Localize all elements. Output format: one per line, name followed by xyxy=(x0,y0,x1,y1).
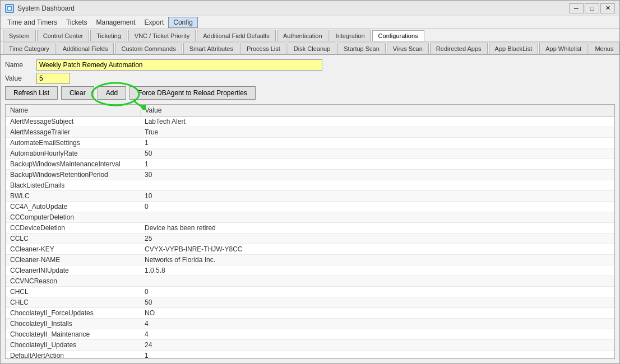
tab-disk-cleanup[interactable]: Disk Cleanup xyxy=(288,43,336,54)
force-reload-button[interactable]: Force DBAgent to Reload Properties xyxy=(129,86,256,100)
name-input[interactable] xyxy=(36,59,322,71)
table-row[interactable]: ChocolateyII_Maintenance4 xyxy=(6,329,614,340)
add-button[interactable]: Add xyxy=(98,86,126,100)
maximize-button[interactable]: □ xyxy=(585,3,599,13)
table-body: AlertMessageSubjectLabTech AlertAlertMes… xyxy=(6,116,614,360)
menu-item-timers[interactable]: Time and Timers xyxy=(3,17,62,27)
table-row[interactable]: DefaultAlertAction1 xyxy=(6,351,614,360)
table-row[interactable]: AlertMessageSubjectLabTech Alert xyxy=(6,116,614,127)
table-cell-value: Device has been retired xyxy=(140,223,614,234)
tab-row-2: Time Category Additional Fields Custom C… xyxy=(1,41,619,55)
table-cell-value: 4 xyxy=(140,319,614,329)
refresh-list-button[interactable]: Refresh List xyxy=(5,86,58,100)
table-cell-name: CC4A_AutoUpdate xyxy=(6,202,140,212)
col-header-name: Name xyxy=(6,105,140,116)
table-cell-name: BlackListedEmails xyxy=(6,180,140,191)
table-cell-name: BackupWindowsMaintenanceInterval xyxy=(6,159,140,170)
value-input[interactable] xyxy=(36,73,70,84)
table-cell-name: CCLC xyxy=(6,234,140,244)
table-row[interactable]: CCLC25 xyxy=(6,234,614,244)
tab-startup-scan[interactable]: Startup Scan xyxy=(337,43,386,54)
table-cell-value: CVYX-VYPB-INRE-THJW-Y8CC xyxy=(140,244,614,255)
tab-system[interactable]: System xyxy=(3,30,36,41)
table-cell-value xyxy=(140,276,614,287)
table-cell-value: True xyxy=(140,127,614,138)
table-row[interactable]: AlertMessageTrailerTrue xyxy=(6,127,614,138)
tab-row-1: System Control Center Ticketing VNC / Ti… xyxy=(1,29,619,41)
table-cell-name: CHCL xyxy=(6,287,140,297)
tab-custom-commands[interactable]: Custom Commands xyxy=(115,43,182,54)
table-row[interactable]: CCDeviceDeletionDevice has been retired xyxy=(6,223,614,234)
tab-smart-attributes[interactable]: Smart Attributes xyxy=(183,43,239,54)
title-bar-left: System Dashboard xyxy=(5,4,75,13)
table-row[interactable]: ChocolateyII_Updates24 xyxy=(6,340,614,351)
tab-additional-fields[interactable]: Additional Fields xyxy=(57,43,114,54)
table-cell-name: AutomateEmailSettings xyxy=(6,138,140,148)
menu-item-management[interactable]: Management xyxy=(91,17,140,27)
table-cell-name: ChocolateyII_ForceUpdates xyxy=(6,308,140,319)
table-row[interactable]: ChocolateyII_ForceUpdatesNO xyxy=(6,308,614,319)
menu-item-export[interactable]: Export xyxy=(140,17,169,27)
table-cell-name: ChocolateyII_Installs xyxy=(6,319,140,329)
tab-ticketing[interactable]: Ticketing xyxy=(90,30,127,41)
table-row[interactable]: BackupWindowsMaintenanceInterval1 xyxy=(6,159,614,170)
menu-item-config[interactable]: Config xyxy=(168,17,198,28)
tab-process-list[interactable]: Process List xyxy=(240,43,286,54)
table-cell-value: 30 xyxy=(140,170,614,180)
tab-menus[interactable]: Menus xyxy=(589,43,619,54)
table-cell-name: ChocolateyII_Maintenance xyxy=(6,329,140,340)
app-icon xyxy=(5,4,14,13)
close-button[interactable]: ✕ xyxy=(600,3,615,13)
table-cell-value: 10 xyxy=(140,191,614,202)
table-row[interactable]: CHCL0 xyxy=(6,287,614,297)
table-cell-name: BackupWindowsRetentionPeriod xyxy=(6,170,140,180)
table-cell-value: 0 xyxy=(140,287,614,297)
tab-app-blacklist[interactable]: App BlackList xyxy=(489,43,539,54)
value-row: Value xyxy=(5,73,615,84)
table-cell-name: CCVNCReason xyxy=(6,276,140,287)
table-cell-name: ChocolateyII_Updates xyxy=(6,340,140,351)
table-cell-value: Networks of Florida Inc. xyxy=(140,255,614,265)
tab-app-whitelist[interactable]: App Whitelist xyxy=(539,43,587,54)
tab-integration[interactable]: Integration xyxy=(330,30,371,41)
table-row[interactable]: CHLC50 xyxy=(6,297,614,308)
table-row[interactable]: CCleaner-KEYCVYX-VYPB-INRE-THJW-Y8CC xyxy=(6,244,614,255)
table-row[interactable]: ChocolateyII_Installs4 xyxy=(6,319,614,329)
table-row[interactable]: AutomateEmailSettings1 xyxy=(6,138,614,148)
table-row[interactable]: AutomationHourlyRate50 xyxy=(6,148,614,159)
table-row[interactable]: BackupWindowsRetentionPeriod30 xyxy=(6,170,614,180)
table-row[interactable]: BlackListedEmails xyxy=(6,180,614,191)
table-cell-value xyxy=(140,212,614,223)
minimize-button[interactable]: ─ xyxy=(569,3,584,13)
tab-configurations[interactable]: Configurations xyxy=(372,30,424,41)
button-row: Refresh List Clear Add Force DBAgent to … xyxy=(5,86,615,100)
tab-control-center[interactable]: Control Center xyxy=(37,30,90,41)
svg-point-1 xyxy=(8,7,11,10)
table-cell-value: NO xyxy=(140,308,614,319)
title-bar: System Dashboard ─ □ ✕ xyxy=(1,1,619,16)
clear-button[interactable]: Clear xyxy=(61,86,94,100)
table-row[interactable]: CCleaner-NAMENetworks of Florida Inc. xyxy=(6,255,614,265)
tab-virus-scan[interactable]: Virus Scan xyxy=(387,43,429,54)
table-cell-name: CCleanerINIUpdate xyxy=(6,265,140,276)
table-row[interactable]: CCleanerINIUpdate1.0.5.8 xyxy=(6,265,614,276)
table-cell-value: LabTech Alert xyxy=(140,116,614,127)
table-row[interactable]: CC4A_AutoUpdate0 xyxy=(6,202,614,212)
add-button-wrapper: Add xyxy=(98,86,126,100)
main-window: System Dashboard ─ □ ✕ Time and Timers T… xyxy=(0,0,620,364)
content-area: Name Value Refresh List Clear Add xyxy=(1,55,619,363)
table-row[interactable]: CCVNCReason xyxy=(6,276,614,287)
tab-redirected-apps[interactable]: Redirected Apps xyxy=(430,43,488,54)
table-row[interactable]: CCComputerDeletion xyxy=(6,212,614,223)
tab-vnc[interactable]: VNC / Ticket Priority xyxy=(128,30,196,41)
properties-table: Name Value AlertMessageSubjectLabTech Al… xyxy=(6,105,614,359)
tab-additional-field-defaults[interactable]: Additional Field Defaults xyxy=(197,30,276,41)
menu-item-tickets[interactable]: Tickets xyxy=(62,17,92,27)
table-cell-value: 1.0.5.8 xyxy=(140,265,614,276)
tab-time-category[interactable]: Time Category xyxy=(3,43,55,54)
table-cell-name: AlertMessageSubject xyxy=(6,116,140,127)
table-row[interactable]: BWLC10 xyxy=(6,191,614,202)
tab-authentication[interactable]: Authentication xyxy=(277,30,328,41)
table-cell-name: DefaultAlertAction xyxy=(6,351,140,360)
menu-bar: Time and Timers Tickets Management Expor… xyxy=(1,16,619,29)
